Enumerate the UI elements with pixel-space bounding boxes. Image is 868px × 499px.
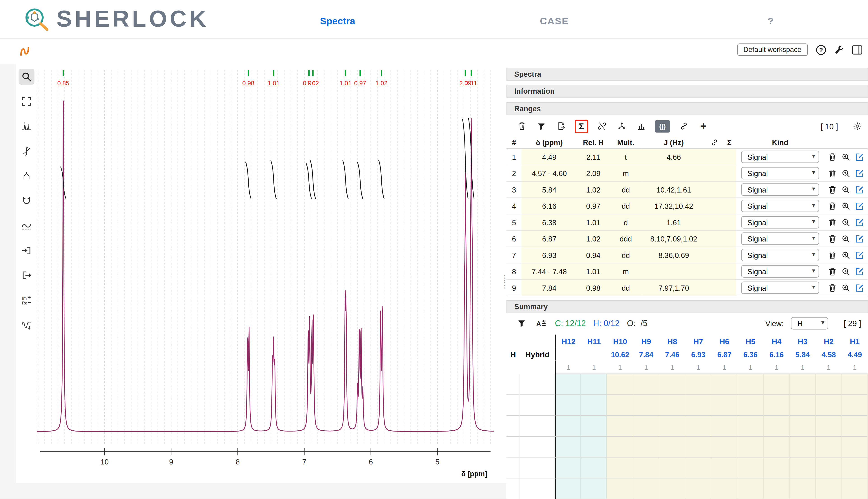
zoom-to-range-icon[interactable] — [842, 267, 851, 276]
ranges-picking-button[interactable] — [19, 168, 35, 184]
summary-atom-name[interactable]: H7 — [685, 335, 711, 348]
full-zoom-out-button[interactable] — [19, 94, 35, 109]
summary-atom-name[interactable]: H5 — [737, 335, 763, 348]
delete-range-icon[interactable] — [828, 185, 837, 194]
delete-range-icon[interactable] — [828, 234, 837, 243]
accordion-ranges[interactable]: Ranges — [506, 102, 868, 115]
edit-range-icon[interactable] — [855, 169, 864, 178]
range-marker[interactable] — [345, 70, 346, 76]
delete-range-icon[interactable] — [828, 251, 837, 259]
baseline-correction-button[interactable] — [19, 218, 35, 234]
summary-atom-name[interactable]: H10 — [607, 335, 633, 348]
help-icon[interactable]: ? — [816, 44, 826, 55]
delete-range-icon[interactable] — [828, 283, 837, 292]
gear-icon[interactable] — [851, 120, 864, 132]
range-marker[interactable] — [312, 70, 314, 76]
summary-atom-name[interactable]: H12 — [555, 335, 581, 348]
range-marker[interactable] — [248, 70, 249, 76]
edit-range-icon[interactable] — [855, 251, 864, 259]
range-kind-select[interactable]: Signal — [741, 167, 819, 180]
sum-formula-button[interactable]: Σ — [575, 119, 588, 133]
zoom-to-range-icon[interactable] — [842, 202, 851, 210]
summary-atom-name[interactable]: H3 — [789, 335, 816, 348]
tab-case[interactable]: CASE — [529, 16, 580, 27]
summary-atom-name[interactable]: H1 — [842, 335, 868, 348]
tab-help[interactable]: ? — [763, 16, 778, 27]
summary-atom-shift: 6.87 — [711, 348, 737, 361]
import-button[interactable] — [19, 243, 35, 258]
range-kind-select[interactable]: Signal — [741, 265, 819, 278]
fourier-transform-button[interactable]: ImRe — [19, 292, 35, 308]
zoom-to-range-icon[interactable] — [842, 234, 851, 243]
zoom-to-range-icon[interactable] — [842, 251, 851, 259]
range-marker[interactable] — [360, 70, 361, 76]
zoom-to-range-icon[interactable] — [842, 283, 851, 292]
range-marker[interactable] — [465, 70, 466, 76]
delete-range-icon[interactable] — [828, 267, 837, 276]
summary-atom-name[interactable]: H6 — [711, 335, 737, 348]
range-marker[interactable] — [273, 70, 274, 76]
edit-range-icon[interactable] — [855, 185, 864, 194]
summary-atom-name[interactable]: H8 — [659, 335, 685, 348]
phase-correction-button[interactable] — [19, 193, 35, 209]
edit-range-icon[interactable] — [855, 218, 864, 227]
summary-atom-name[interactable]: H9 — [633, 335, 659, 348]
zoom-to-range-icon[interactable] — [842, 169, 851, 178]
show-integrals-button[interactable]: {∫} — [655, 120, 670, 132]
range-kind-select[interactable]: Signal — [741, 216, 819, 229]
zoom-tool-button[interactable] — [19, 69, 35, 85]
accordion-spectra[interactable]: Spectra — [506, 68, 868, 81]
accordion-summary[interactable]: Summary — [506, 300, 868, 313]
tab-spectra[interactable]: Spectra — [312, 16, 363, 27]
delete-range-icon[interactable] — [828, 202, 837, 210]
delete-range-icon[interactable] — [828, 153, 837, 161]
summary-view-select[interactable]: H — [791, 317, 829, 329]
filter-ranges-icon[interactable] — [535, 120, 547, 132]
summary-cell — [763, 478, 789, 499]
edit-range-icon[interactable] — [855, 153, 864, 161]
export-button[interactable] — [19, 267, 35, 283]
wrench-icon[interactable] — [834, 45, 844, 54]
peak-picking-button[interactable] — [19, 119, 35, 134]
zoom-to-range-icon[interactable] — [842, 185, 851, 194]
range-kind-select[interactable]: Signal — [741, 282, 819, 294]
range-kind-select[interactable]: Signal — [741, 200, 819, 212]
edit-range-icon[interactable] — [855, 267, 864, 276]
edit-range-icon[interactable] — [855, 283, 864, 292]
range-kind-select[interactable]: Signal — [741, 249, 819, 261]
add-range-button[interactable]: + — [697, 120, 710, 132]
accordion-information[interactable]: Information — [506, 85, 868, 98]
sherlock-logo[interactable]: SHERLOCK — [20, 4, 209, 33]
summary-filter-icon[interactable] — [516, 317, 528, 329]
range-kind-select[interactable]: Signal — [741, 151, 819, 163]
clustering-icon[interactable] — [615, 120, 628, 132]
panel-resize-handle[interactable]: ⋮⋮ — [501, 274, 506, 289]
summary-atom-name[interactable]: H11 — [581, 335, 607, 348]
summary-cell — [737, 437, 763, 458]
edit-range-icon[interactable] — [855, 202, 864, 210]
range-marker[interactable] — [62, 70, 64, 76]
atom-sort-icon[interactable]: A — [535, 317, 547, 329]
zoom-to-range-icon[interactable] — [842, 218, 851, 227]
delete-all-ranges-icon[interactable] — [516, 120, 528, 132]
export-ranges-icon[interactable] — [555, 120, 567, 132]
workspace-selector[interactable]: Default workspace — [737, 44, 807, 56]
delete-range-icon[interactable] — [828, 169, 837, 178]
range-marker[interactable] — [308, 70, 310, 76]
apodization-button[interactable] — [19, 317, 35, 333]
link-assignment-icon[interactable] — [677, 120, 690, 132]
delete-range-icon[interactable] — [828, 218, 837, 227]
layout-panel-icon[interactable] — [852, 45, 863, 54]
range-kind-select[interactable]: Signal — [741, 183, 819, 196]
peaks-chart-icon[interactable] — [635, 120, 648, 132]
spectrum-plot[interactable]: 0.850.981.010.941.021.010.971.022.092.11… — [37, 68, 494, 483]
unlink-assignments-icon[interactable] — [596, 120, 608, 132]
range-kind-select[interactable]: Signal — [741, 232, 819, 245]
range-marker[interactable] — [471, 70, 472, 76]
summary-atom-name[interactable]: H2 — [816, 335, 842, 348]
range-marker[interactable] — [381, 70, 382, 76]
zoom-to-range-icon[interactable] — [842, 153, 851, 161]
edit-range-icon[interactable] — [855, 234, 864, 243]
integral-tool-button[interactable] — [19, 143, 35, 159]
summary-atom-name[interactable]: H4 — [763, 335, 789, 348]
